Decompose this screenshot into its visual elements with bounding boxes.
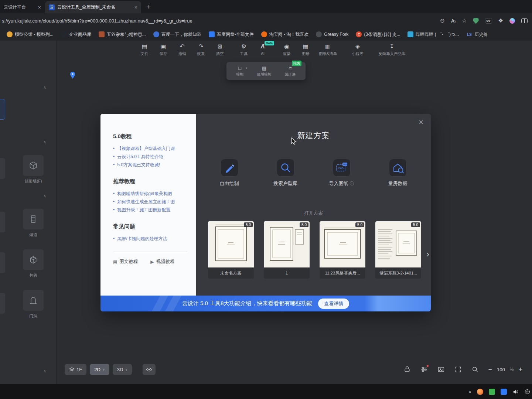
toolbar-album-button[interactable]: ▦ 图册 — [297, 43, 314, 57]
bookmark-label: 哔哩哔哩 ( ゜- ゜)つ... — [416, 31, 459, 38]
toolbar-render-button[interactable]: ◉ 渲染 — [278, 43, 295, 57]
close-icon[interactable]: × — [419, 118, 423, 126]
extensions-puzzle-icon[interactable]: ❖ — [498, 17, 503, 24]
browser-tray-icon[interactable] — [477, 389, 483, 395]
tutorial-link[interactable]: •5.0方案现已支持收藏! — [113, 162, 191, 168]
display-settings-icon[interactable] — [420, 366, 428, 373]
bookmark-item[interactable]: 企业商品库 — [61, 31, 91, 38]
zoom-out-icon[interactable]: ⊖ — [440, 17, 445, 24]
bookmark-item[interactable]: 百度网盘-全部文件 — [209, 31, 254, 38]
url-input[interactable]: s://yun.kujiale.com/cloud/tool/h5/bim?tr… — [2, 18, 440, 24]
toolbar-redo-button[interactable]: ↷ 恢复 — [192, 43, 209, 57]
zoom-in-button[interactable]: + — [518, 366, 522, 373]
chat-app-tray-icon[interactable] — [489, 389, 495, 395]
bookmark-item[interactable]: C (3条消息) [转] 史... — [356, 31, 400, 38]
toolbar-miniapp-button[interactable]: ◈ 小程序 — [349, 43, 366, 57]
tab-close-icon[interactable]: × — [38, 4, 41, 10]
bookmark-label: 百度一下，你就知道 — [161, 31, 201, 38]
search-floorplan-option[interactable]: 搜索户型库 — [268, 159, 303, 187]
split-screen-icon[interactable] — [521, 18, 528, 23]
toolbar-sheets-button[interactable]: ▥ 图纸&清单 — [316, 43, 340, 57]
room-measure-data-option[interactable]: 量房数据 — [381, 159, 415, 187]
favorite-star-icon[interactable]: ☆ — [462, 17, 467, 24]
import-drawing-option[interactable]: CADJPG 导入图纸 ⓘ — [324, 159, 359, 187]
adguard-shield-icon[interactable] — [473, 18, 479, 24]
browser-tab-inactive[interactable]: 云设计平台 × — [0, 1, 45, 13]
bookmark-item[interactable]: Greasy Fork — [316, 31, 348, 37]
copilot-icon[interactable] — [509, 18, 515, 24]
bookmark-favicon — [316, 31, 322, 37]
toolbar-save-button[interactable]: ▣ 保存 — [155, 43, 172, 57]
bullet-icon: • — [113, 236, 115, 242]
zoom-to-region-icon[interactable] — [471, 366, 479, 373]
plan-thumbnail — [320, 221, 365, 267]
plan-card[interactable]: 5.0 紫宸东苑3-2-1401... — [375, 221, 421, 279]
plans-scroll-right-chevron[interactable]: › — [426, 249, 429, 259]
volume-icon[interactable] — [512, 389, 519, 395]
plan-card[interactable]: 5.0 未命名方案 — [208, 221, 254, 279]
snapshot-image-icon[interactable] — [437, 366, 445, 373]
plan-card[interactable]: 5.0 11.23风格替换后... — [320, 221, 365, 279]
bullet-icon: • — [113, 162, 115, 168]
extension-oo-icon[interactable]: oo — [485, 18, 492, 24]
view-3d-button[interactable]: 3D ∨ — [113, 364, 132, 375]
tutorial-link[interactable]: •黑屏/卡顿问题的处理方法 — [113, 236, 191, 242]
tutorial-link[interactable]: •构图辅助线帮你get最美构图 — [113, 191, 191, 197]
view-details-button[interactable]: 查看详情 — [318, 299, 349, 309]
bookmark-label: 企业商品库 — [69, 31, 91, 38]
tutorial-link[interactable]: •【视频课程】户型基础入门课 — [113, 146, 191, 152]
bookmarks-bar: 模型公馆 - 模型列... 企业商品库 五谷杂粮与精神思... 百度一下，你就知… — [0, 28, 532, 41]
tray-expand-icon[interactable]: ∧ — [468, 389, 471, 394]
subtool-construction-layer-button[interactable]: 限免 ≡ 施工层 — [285, 65, 296, 77]
subtool-region-draw-button[interactable]: ▧ 区域绘制 — [257, 65, 271, 77]
tutorial-link[interactable]: •云设计5.0工具特性介绍 — [113, 154, 191, 160]
bookmark-favicon: LS — [466, 31, 472, 37]
tutorial-link[interactable]: •如何快速生成全屋立面施工图 — [113, 199, 191, 205]
bookmark-item[interactable]: LS 历史价 — [466, 31, 488, 38]
tutorial-link[interactable]: •视图升级！施工图册新配置 — [113, 207, 191, 213]
bookmark-item[interactable]: 淘宝网 - 淘！我喜欢 — [261, 31, 309, 38]
chevron-down-icon: ∨ — [245, 66, 248, 69]
app-tray-icon[interactable] — [501, 389, 507, 395]
subtool-draw-button[interactable]: □ ∨ 绘制 — [236, 65, 243, 77]
toolbar-import-library-button[interactable]: ↧ 反向导入产品库 — [375, 43, 409, 57]
zoom-value[interactable]: 100 — [497, 367, 505, 372]
tab-close-icon[interactable]: × — [134, 4, 137, 10]
new-tab-button[interactable]: + — [143, 1, 154, 13]
toolbar-ai-button[interactable]: Beta A AI — [254, 43, 271, 56]
bookmark-item[interactable]: 模型公馆 - 模型列... — [7, 31, 54, 38]
bullet-icon: • — [113, 146, 115, 152]
read-aloud-icon[interactable]: A) — [451, 18, 456, 24]
toolbar-undo-button[interactable]: ↶ 撤销 — [174, 43, 191, 57]
browser-tab-active[interactable]: 云 云设计工具_全屋定制_未命名 × — [45, 1, 141, 13]
divider — [113, 252, 187, 252]
svg-text:CAD: CAD — [338, 167, 344, 170]
plan-card[interactable]: 5.0 1 — [264, 221, 310, 279]
floor-selector-button[interactable]: 1F — [65, 364, 86, 375]
house-measure-icon — [389, 159, 407, 177]
view-controls: 1F 2D ∨ 3D ∨ — [65, 364, 156, 375]
zoom-out-button[interactable]: − — [488, 366, 492, 373]
bookmark-item[interactable]: 哔哩哔哩 ( ゜- ゜)つ... — [407, 31, 459, 38]
video-tutorial-link[interactable]: ▶ 视频教程 — [150, 259, 174, 265]
view-2d-button[interactable]: 2D ∨ — [90, 364, 109, 375]
bookmark-item[interactable]: 五谷杂粮与精神思... — [99, 31, 146, 38]
toolbar-file-button[interactable]: ▤ 文件 — [136, 43, 153, 57]
bookmark-item[interactable]: 百度一下，你就知道 — [153, 31, 201, 38]
toolbar-tools-button[interactable]: ⚙ 工具 — [235, 43, 252, 57]
lock-icon[interactable] — [403, 366, 411, 373]
canvas-controls: − 100 % + — [403, 364, 522, 375]
fullscreen-icon[interactable] — [454, 366, 462, 373]
bookmark-favicon: C — [356, 31, 362, 37]
tab-title: 云设计工具_全屋定制_未命名 — [57, 4, 132, 10]
tutorial-section-title: 推荐教程 — [113, 178, 191, 185]
free-draw-option[interactable]: 自由绘制 — [212, 159, 247, 187]
play-icon: ▶ — [150, 259, 154, 265]
save-icon: ▣ — [160, 43, 166, 50]
info-icon[interactable]: ⓘ — [350, 181, 354, 187]
network-icon[interactable] — [524, 389, 531, 395]
doc-tutorial-link[interactable]: ▤ 图文教程 — [113, 259, 138, 265]
toolbar-clear-button[interactable]: ⊠ 清空 — [211, 43, 228, 57]
visibility-toggle-button[interactable] — [143, 364, 156, 375]
undo-icon: ↶ — [180, 43, 184, 50]
